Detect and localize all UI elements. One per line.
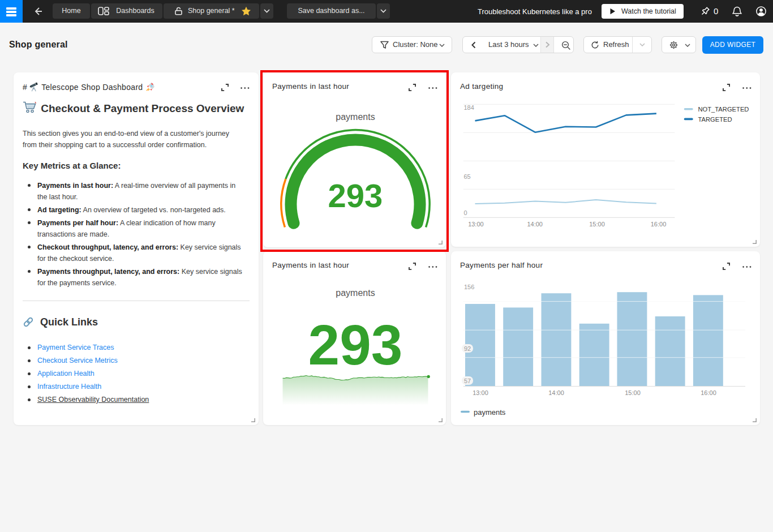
svg-text:16:00: 16:00: [651, 221, 667, 228]
svg-text:92: 92: [464, 345, 471, 352]
svg-text:156: 156: [464, 284, 474, 290]
svg-text:TARGETED: TARGETED: [698, 116, 732, 123]
svg-text:13:00: 13:00: [468, 221, 484, 228]
svg-text:0: 0: [464, 209, 467, 216]
svg-text:payments: payments: [474, 408, 506, 417]
svg-text:16:00: 16:00: [701, 389, 716, 396]
svg-text:293: 293: [308, 313, 403, 376]
svg-text:57: 57: [464, 377, 471, 384]
svg-text:13:00: 13:00: [473, 389, 488, 396]
svg-text:15:00: 15:00: [625, 389, 641, 396]
svg-text:14:00: 14:00: [548, 389, 564, 396]
svg-text:14:00: 14:00: [527, 221, 543, 228]
svg-text:15:00: 15:00: [589, 221, 605, 228]
svg-text:NOT_TARGETED: NOT_TARGETED: [698, 106, 749, 113]
svg-text:65: 65: [464, 173, 471, 180]
svg-text:184: 184: [464, 104, 474, 111]
